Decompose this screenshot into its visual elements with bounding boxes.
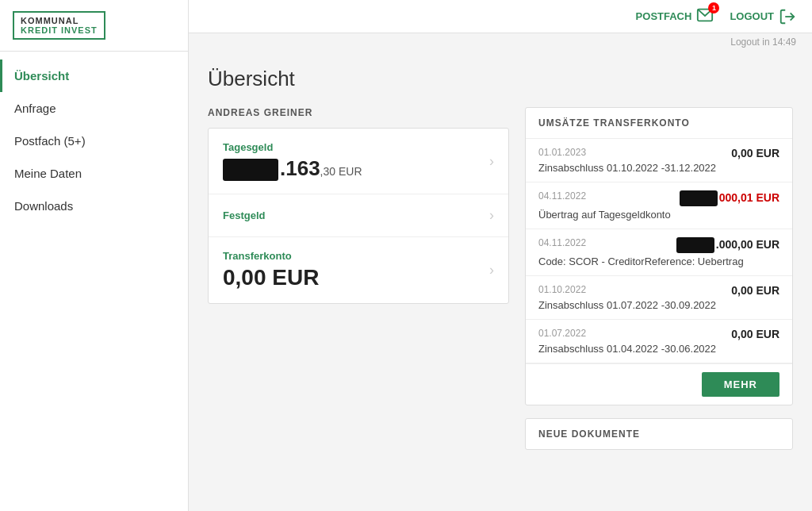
right-panel: UMSÄTZE TRANSFERKONTO 01.01.2023 0,00 EU… — [525, 107, 793, 450]
two-col-layout: ANDREAS GREINER Tagesgeld .163,30 EUR › — [208, 107, 793, 450]
topbar: POSTFACH 1 LOGOUT — [189, 0, 812, 33]
logout-label: LOGOUT — [730, 10, 774, 22]
mehr-button[interactable]: MEHR — [702, 372, 779, 397]
account-card: Tagesgeld .163,30 EUR › Festgeld › — [208, 128, 509, 304]
trans-date-1: 01.01.2023 — [538, 147, 586, 158]
sidebar-item-downloads[interactable]: Downloads — [0, 190, 188, 222]
logo-kommunal: KOMMUNAL — [21, 16, 98, 25]
trans-amount-3: .000,00 EUR — [676, 237, 779, 253]
transaction-row: 01.07.2022 0,00 EUR Zinsabschluss 01.04.… — [526, 320, 792, 363]
trans-amount-5: 0,00 EUR — [731, 328, 779, 340]
neue-dokumente-section: NEUE DOKUMENTE — [525, 418, 793, 450]
trans-desc-5: Zinsabschluss 01.04.2022 -30.06.2022 — [538, 343, 779, 355]
transaction-row: 04.11.2022 000,01 EUR Übertrag auf Tages… — [526, 182, 792, 229]
account-row-tagesgeld[interactable]: Tagesgeld .163,30 EUR › — [209, 129, 508, 194]
account-row-festgeld[interactable]: Festgeld › — [209, 194, 508, 237]
transaction-row: 01.01.2023 0,00 EUR Zinsabschluss 01.10.… — [526, 139, 792, 182]
trans-desc-1: Zinsabschluss 01.10.2022 -31.12.2022 — [538, 162, 779, 174]
transferkonto-label: Transferkonto — [223, 250, 319, 262]
sidebar-nav: Übersicht Anfrage Postfach (5+) Meine Da… — [0, 52, 188, 222]
tagesgeld-balance: .163,30 EUR — [223, 156, 362, 181]
festgeld-arrow: › — [489, 207, 494, 224]
trans-date-3: 04.11.2022 — [538, 237, 586, 248]
transaction-row: 01.10.2022 0,00 EUR Zinsabschluss 01.07.… — [526, 276, 792, 320]
tagesgeld-label: Tagesgeld — [223, 141, 362, 153]
trans-amount-2: 000,01 EUR — [680, 190, 779, 206]
main-content: POSTFACH 1 LOGOUT Logout in 14:49 Übersi… — [189, 0, 812, 511]
trans-desc-3: Code: SCOR - CreditorReference: Uebertra… — [538, 256, 779, 267]
postfach-button[interactable]: POSTFACH 1 — [636, 6, 714, 26]
umsaetze-header: UMSÄTZE TRANSFERKONTO — [526, 108, 792, 139]
logo-kredit: KREDIT INVEST — [21, 25, 98, 35]
redacted-tagesgeld — [223, 159, 278, 181]
redacted-amount-3 — [676, 237, 714, 253]
trans-top-1: 01.01.2023 0,00 EUR — [538, 147, 779, 159]
trans-top-4: 01.10.2022 0,00 EUR — [538, 284, 779, 297]
neue-dokumente-header: NEUE DOKUMENTE — [526, 419, 792, 449]
session-timer: Logout in 14:49 — [189, 33, 812, 51]
page-title: Übersicht — [208, 67, 793, 91]
transaction-row: 04.11.2022 .000,00 EUR Code: SCOR - Cred… — [526, 229, 792, 276]
trans-desc-4: Zinsabschluss 01.07.2022 -30.09.2022 — [538, 299, 779, 311]
trans-top-3: 04.11.2022 .000,00 EUR — [538, 237, 779, 253]
trans-date-2: 04.11.2022 — [538, 190, 586, 202]
transferkonto-arrow: › — [489, 262, 494, 279]
tagesgeld-arrow: › — [489, 153, 494, 170]
logo-box: KOMMUNAL KREDIT INVEST — [13, 11, 105, 40]
festgeld-info: Festgeld — [223, 209, 265, 221]
customer-name-label: ANDREAS GREINER — [208, 107, 509, 118]
postfach-badge: 1 — [708, 2, 719, 13]
logo: KOMMUNAL KREDIT INVEST — [0, 0, 188, 52]
redacted-amount-2 — [680, 190, 718, 206]
content-inner: Übersicht ANDREAS GREINER Tagesgeld .163… — [189, 51, 812, 511]
logout-icon — [779, 8, 796, 25]
trans-date-4: 01.10.2022 — [538, 284, 586, 295]
postfach-label: POSTFACH — [636, 10, 692, 22]
trans-amount-4: 0,00 EUR — [731, 284, 779, 297]
sidebar: KOMMUNAL KREDIT INVEST Übersicht Anfrage… — [0, 0, 189, 511]
trans-top-5: 01.07.2022 0,00 EUR — [538, 328, 779, 340]
transferkonto-balance: 0,00 EUR — [223, 265, 319, 290]
sidebar-item-anfrage[interactable]: Anfrage — [0, 92, 188, 125]
left-panel: ANDREAS GREINER Tagesgeld .163,30 EUR › — [208, 107, 509, 450]
umsaetze-section: UMSÄTZE TRANSFERKONTO 01.01.2023 0,00 EU… — [525, 107, 793, 405]
sidebar-item-meine-daten[interactable]: Meine Daten — [0, 157, 188, 190]
trans-amount-1: 0,00 EUR — [731, 147, 779, 159]
mehr-btn-wrap: MEHR — [526, 363, 792, 405]
tagesgeld-info: Tagesgeld .163,30 EUR — [223, 141, 362, 181]
sidebar-item-uebersicht[interactable]: Übersicht — [0, 60, 188, 92]
sidebar-item-postfach[interactable]: Postfach (5+) — [0, 125, 188, 157]
account-row-transferkonto[interactable]: Transferkonto 0,00 EUR › — [209, 237, 508, 303]
trans-date-5: 01.07.2022 — [538, 328, 586, 339]
trans-desc-2: Übertrag auf Tagesgeldkonto — [538, 209, 779, 221]
festgeld-label: Festgeld — [223, 209, 265, 221]
logout-button[interactable]: LOGOUT — [730, 8, 796, 25]
trans-top-2: 04.11.2022 000,01 EUR — [538, 190, 779, 206]
mail-icon-wrap: 1 — [696, 6, 714, 26]
transferkonto-info: Transferkonto 0,00 EUR — [223, 250, 319, 290]
